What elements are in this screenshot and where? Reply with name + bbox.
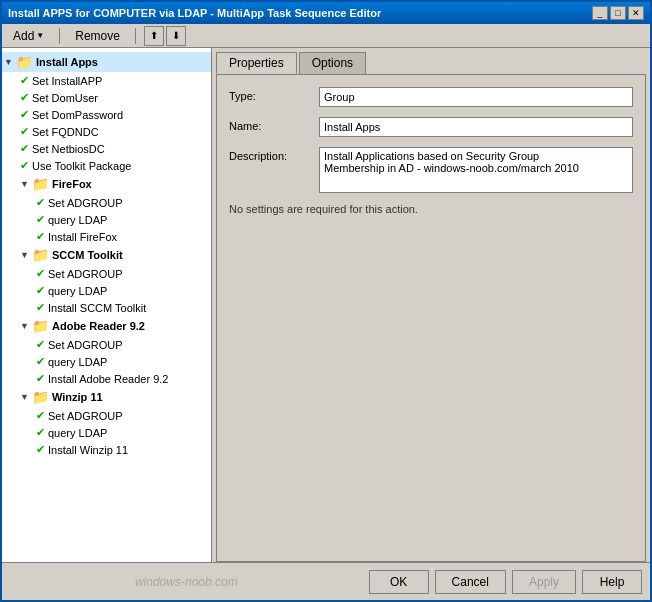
- tab-options[interactable]: Options: [299, 52, 366, 74]
- list-item[interactable]: ✔ Set NetbiosDC: [2, 140, 211, 157]
- list-item[interactable]: ✔ query LDAP: [2, 282, 211, 299]
- menu-separator-2: [135, 28, 136, 44]
- title-bar: Install APPS for COMPUTER via LDAP - Mul…: [2, 2, 650, 24]
- toolbar-icons: ⬆ ⬇: [144, 26, 186, 46]
- check-icon: ✔: [36, 213, 45, 226]
- expand-icon: ▼: [20, 392, 30, 402]
- list-item[interactable]: ✔ Set ADGROUP: [2, 265, 211, 282]
- item-label: Install Winzip 11: [48, 444, 128, 456]
- check-icon: ✔: [36, 426, 45, 439]
- list-item[interactable]: ✔ Set DomPassword: [2, 106, 211, 123]
- tree-group-adobe[interactable]: ▼ 📁 Adobe Reader 9.2: [2, 316, 211, 336]
- tree-group-winzip[interactable]: ▼ 📁 Winzip 11: [2, 387, 211, 407]
- title-bar-buttons: _ □ ✕: [592, 6, 644, 20]
- folder-icon-adobe: 📁: [32, 318, 49, 334]
- check-icon: ✔: [20, 108, 29, 121]
- expand-icon: ▼: [20, 321, 30, 331]
- folder-icon-winzip: 📁: [32, 389, 49, 405]
- main-content: ▼ 📁 Install Apps ✔ Set InstallAPP ✔ Set …: [2, 48, 650, 562]
- folder-icon-sccm: 📁: [32, 247, 49, 263]
- item-label: Set InstallAPP: [32, 75, 102, 87]
- list-item[interactable]: ✔ Install FireFox: [2, 228, 211, 245]
- add-menu[interactable]: Add ▼: [6, 26, 51, 46]
- check-icon: ✔: [36, 284, 45, 297]
- remove-menu[interactable]: Remove: [68, 26, 127, 46]
- list-item[interactable]: ✔ Install Winzip 11: [2, 441, 211, 458]
- type-input[interactable]: [319, 87, 633, 107]
- close-button[interactable]: ✕: [628, 6, 644, 20]
- ok-button[interactable]: OK: [369, 570, 429, 594]
- check-icon: ✔: [20, 74, 29, 87]
- item-label: query LDAP: [48, 214, 107, 226]
- item-label: Set ADGROUP: [48, 268, 123, 280]
- check-icon: ✔: [20, 142, 29, 155]
- list-item[interactable]: ✔ query LDAP: [2, 211, 211, 228]
- tab-properties[interactable]: Properties: [216, 52, 297, 74]
- folder-icon-firefox: 📁: [32, 176, 49, 192]
- item-label: Install Adobe Reader 9.2: [48, 373, 168, 385]
- menu-separator: [59, 28, 60, 44]
- check-icon: ✔: [36, 230, 45, 243]
- check-icon: ✔: [36, 355, 45, 368]
- name-input[interactable]: [319, 117, 633, 137]
- folder-icon-root: 📁: [16, 54, 33, 70]
- no-settings-text: No settings are required for this action…: [229, 203, 633, 215]
- list-item[interactable]: ✔ Install SCCM Toolkit: [2, 299, 211, 316]
- item-label: query LDAP: [48, 356, 107, 368]
- help-button[interactable]: Help: [582, 570, 642, 594]
- type-label: Type:: [229, 87, 319, 102]
- item-label: Install SCCM Toolkit: [48, 302, 146, 314]
- check-icon: ✔: [20, 125, 29, 138]
- firefox-group-label: FireFox: [52, 178, 92, 190]
- left-panel: ▼ 📁 Install Apps ✔ Set InstallAPP ✔ Set …: [2, 48, 212, 562]
- cancel-button[interactable]: Cancel: [435, 570, 506, 594]
- minimize-button[interactable]: _: [592, 6, 608, 20]
- item-label: Set NetbiosDC: [32, 143, 105, 155]
- main-window: Install APPS for COMPUTER via LDAP - Mul…: [0, 0, 652, 602]
- apply-button[interactable]: Apply: [512, 570, 576, 594]
- list-item[interactable]: ✔ Use Toolkit Package: [2, 157, 211, 174]
- menu-bar: Add ▼ Remove ⬆ ⬇: [2, 24, 650, 48]
- adobe-group-label: Adobe Reader 9.2: [52, 320, 145, 332]
- check-icon: ✔: [36, 338, 45, 351]
- check-icon: ✔: [20, 91, 29, 104]
- list-item[interactable]: ✔ Set ADGROUP: [2, 194, 211, 211]
- item-label: Set ADGROUP: [48, 197, 123, 209]
- list-item[interactable]: ✔ query LDAP: [2, 353, 211, 370]
- item-label: Use Toolkit Package: [32, 160, 131, 172]
- description-label: Description:: [229, 147, 319, 162]
- item-label: Set DomUser: [32, 92, 98, 104]
- description-row: Description: Install Applications based …: [229, 147, 633, 193]
- list-item[interactable]: ✔ query LDAP: [2, 424, 211, 441]
- tree-group-sccm[interactable]: ▼ 📁 SCCM Toolkit: [2, 245, 211, 265]
- check-icon: ✔: [36, 267, 45, 280]
- restore-button[interactable]: □: [610, 6, 626, 20]
- toolbar-icon-2[interactable]: ⬇: [166, 26, 186, 46]
- right-panel: Properties Options Type: Name: Descripti…: [212, 48, 650, 562]
- tab-content-properties: Type: Name: Description: Install Applica…: [216, 74, 646, 562]
- list-item[interactable]: ✔ Set FQDNDC: [2, 123, 211, 140]
- list-item[interactable]: ✔ Install Adobe Reader 9.2: [2, 370, 211, 387]
- toolbar-icon-1[interactable]: ⬆: [144, 26, 164, 46]
- list-item[interactable]: ✔ Set ADGROUP: [2, 407, 211, 424]
- description-textarea[interactable]: Install Applications based on Security G…: [319, 147, 633, 193]
- check-icon: ✔: [36, 196, 45, 209]
- list-item[interactable]: ✔ Set DomUser: [2, 89, 211, 106]
- type-row: Type:: [229, 87, 633, 107]
- item-label: Set ADGROUP: [48, 410, 123, 422]
- item-label: Set FQDNDC: [32, 126, 99, 138]
- check-icon: ✔: [36, 301, 45, 314]
- tree-group-firefox[interactable]: ▼ 📁 FireFox: [2, 174, 211, 194]
- expand-icon: ▼: [4, 57, 14, 67]
- expand-icon: ▼: [20, 179, 30, 189]
- add-dropdown-icon: ▼: [36, 31, 44, 40]
- check-icon: ✔: [36, 409, 45, 422]
- item-label: Install FireFox: [48, 231, 117, 243]
- list-item[interactable]: ✔ Set InstallAPP: [2, 72, 211, 89]
- window-title: Install APPS for COMPUTER via LDAP - Mul…: [8, 7, 381, 19]
- tree-root[interactable]: ▼ 📁 Install Apps: [2, 52, 211, 72]
- name-row: Name:: [229, 117, 633, 137]
- item-label: query LDAP: [48, 427, 107, 439]
- sccm-group-label: SCCM Toolkit: [52, 249, 123, 261]
- list-item[interactable]: ✔ Set ADGROUP: [2, 336, 211, 353]
